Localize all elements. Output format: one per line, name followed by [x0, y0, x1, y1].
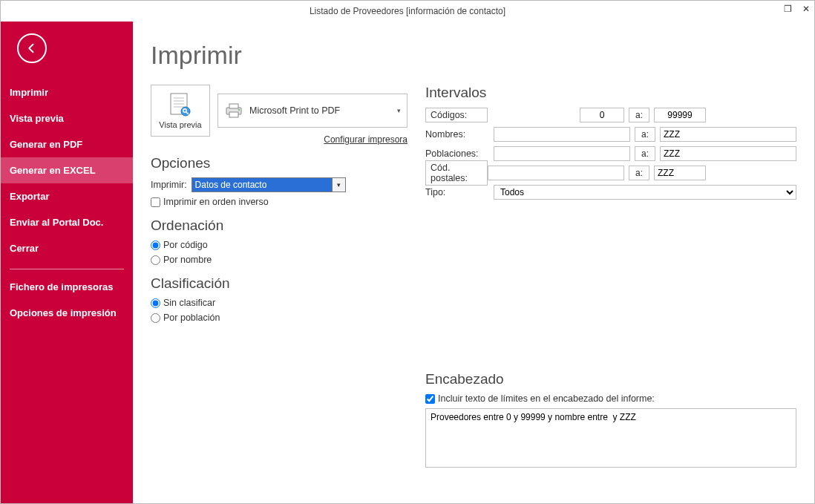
tipo-select[interactable]: Todos	[494, 185, 796, 200]
window-title: Listado de Proveedores [información de c…	[310, 6, 505, 16]
svg-point-5	[181, 107, 190, 116]
poblaciones-from-input[interactable]	[494, 146, 630, 161]
label-sin-clasificar: Sin clasificar	[163, 298, 215, 308]
label-por-nombre: Por nombre	[163, 255, 212, 265]
back-button[interactable]	[17, 33, 47, 63]
svg-rect-9	[229, 104, 238, 108]
radio-sin-clasificar[interactable]	[151, 298, 160, 308]
printer-icon	[224, 102, 243, 119]
radio-por-poblacion[interactable]	[151, 313, 160, 323]
radio-por-codigo[interactable]	[151, 240, 160, 250]
poblaciones-label: Poblaciones:	[425, 148, 494, 159]
imprimir-select[interactable]: Datos de contacto	[192, 177, 333, 192]
incluir-encabezado-label: Incluir texto de límites en el encabezad…	[438, 393, 655, 404]
codigos-from-input[interactable]	[580, 108, 624, 122]
close-icon[interactable]: ✕	[802, 4, 810, 14]
sidebar-item-vista-previa[interactable]: Vista previa	[1, 105, 133, 131]
incluir-encabezado-checkbox[interactable]	[425, 394, 435, 404]
codigos-a-label: a:	[629, 108, 649, 122]
nombres-a-label: a:	[635, 127, 655, 142]
reverse-order-checkbox[interactable]	[151, 197, 160, 207]
section-opciones: Opciones	[151, 155, 408, 171]
sidebar-item-imprimir[interactable]: Imprimir	[1, 79, 133, 105]
sidebar-item-opciones-impresion[interactable]: Opciones de impresión	[1, 300, 133, 326]
codpostales-to-input[interactable]	[654, 166, 706, 180]
section-intervalos: Intervalos	[425, 85, 796, 101]
sidebar-item-portal[interactable]: Enviar al Portal Doc.	[1, 209, 133, 235]
preview-button[interactable]: Vista previa	[151, 85, 210, 137]
sidebar-separator	[10, 269, 124, 269]
preview-label: Vista previa	[159, 120, 201, 129]
imprimir-label: Imprimir:	[151, 180, 187, 190]
title-bar: Listado de Proveedores [información de c…	[1, 1, 814, 22]
sidebar-item-cerrar[interactable]: Cerrar	[1, 235, 133, 261]
page-title: Imprimir	[151, 41, 796, 70]
maximize-icon[interactable]: ❐	[784, 4, 792, 14]
poblaciones-to-input[interactable]	[660, 146, 796, 161]
codigos-to-input[interactable]	[654, 108, 706, 122]
codigos-label[interactable]: Códigos:	[425, 108, 488, 122]
section-clasificacion: Clasificación	[151, 275, 408, 292]
svg-point-11	[238, 109, 240, 111]
radio-por-nombre[interactable]	[151, 255, 160, 265]
imprimir-select-button[interactable]: ▾	[333, 177, 346, 192]
poblaciones-a-label: a:	[635, 146, 655, 161]
encabezado-textarea[interactable]	[425, 408, 796, 468]
sidebar-item-exportar[interactable]: Exportar	[1, 183, 133, 209]
section-ordenacion: Ordenación	[151, 217, 408, 234]
arrow-left-icon	[25, 42, 39, 55]
chevron-down-icon: ▾	[397, 107, 401, 114]
codpostales-a-label: a:	[629, 166, 649, 180]
codpostales-from-input[interactable]	[488, 166, 624, 180]
section-encabezado: Encabezado	[425, 371, 796, 387]
configure-printer-link[interactable]: Configurar impresora	[324, 134, 408, 145]
nombres-to-input[interactable]	[660, 127, 796, 142]
label-por-poblacion: Por población	[163, 312, 220, 323]
nombres-label: Nombres:	[425, 129, 494, 140]
printer-selector[interactable]: Microsoft Print to PDF ▾	[217, 94, 408, 128]
printer-name: Microsoft Print to PDF	[249, 105, 340, 116]
sidebar-item-excel[interactable]: Generar en EXCEL	[1, 157, 133, 183]
sidebar-item-pdf[interactable]: Generar en PDF	[1, 131, 133, 157]
codpostales-label[interactable]: Cód. postales:	[425, 160, 488, 186]
main-panel: Imprimir Vista previa	[133, 22, 814, 503]
sidebar: Imprimir Vista previa Generar en PDF Gen…	[1, 22, 133, 503]
svg-rect-10	[229, 112, 238, 117]
sidebar-item-impresoras[interactable]: Fichero de impresoras	[1, 274, 133, 300]
label-por-codigo: Por código	[163, 240, 208, 250]
nombres-from-input[interactable]	[494, 127, 630, 142]
document-preview-icon	[168, 92, 193, 119]
tipo-label: Tipo:	[425, 187, 494, 197]
reverse-order-label: Imprimir en orden inverso	[163, 197, 269, 207]
